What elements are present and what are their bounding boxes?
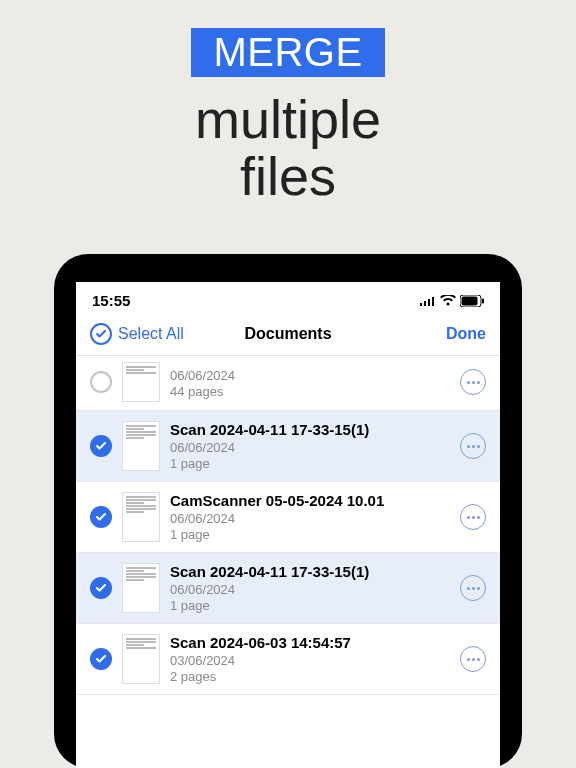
select-all-icon: [90, 323, 112, 345]
more-button[interactable]: [460, 646, 486, 672]
document-pages: 1 page: [170, 527, 450, 542]
hero: MERGE multiple files: [0, 0, 576, 204]
svg-rect-0: [420, 303, 422, 306]
list-item[interactable]: 06/06/2024 44 pages: [76, 356, 500, 411]
headline-line2: files: [240, 146, 336, 206]
document-date: 06/06/2024: [170, 440, 450, 455]
svg-rect-1: [424, 301, 426, 306]
device-frame: 15:55 Select All Documents Done: [54, 254, 522, 768]
select-all-button[interactable]: Select All: [90, 323, 184, 345]
list-item[interactable]: Scan 2024-06-03 14:54:57 03/06/2024 2 pa…: [76, 624, 500, 695]
document-info: Scan 2024-06-03 14:54:57 03/06/2024 2 pa…: [170, 634, 450, 684]
checkbox-checked-icon[interactable]: [90, 577, 112, 599]
document-list: 06/06/2024 44 pages Scan 2024-04-11 17-3…: [76, 356, 500, 695]
select-all-label: Select All: [118, 325, 184, 343]
more-button[interactable]: [460, 433, 486, 459]
ellipsis-icon: [467, 587, 480, 590]
list-item[interactable]: CamScanner 05-05-2024 10.01 06/06/2024 1…: [76, 482, 500, 553]
svg-rect-6: [482, 298, 484, 303]
document-date: 03/06/2024: [170, 653, 450, 668]
checkbox-unchecked-icon[interactable]: [90, 371, 112, 393]
document-title: Scan 2024-06-03 14:54:57: [170, 634, 450, 651]
thumbnail: [122, 362, 160, 402]
ellipsis-icon: [467, 516, 480, 519]
thumbnail: [122, 634, 160, 684]
document-pages: 2 pages: [170, 669, 450, 684]
document-pages: 44 pages: [170, 384, 450, 399]
more-button[interactable]: [460, 504, 486, 530]
svg-rect-5: [462, 296, 478, 305]
thumbnail: [122, 563, 160, 613]
thumbnail: [122, 421, 160, 471]
ellipsis-icon: [467, 445, 480, 448]
document-date: 06/06/2024: [170, 511, 450, 526]
document-info: Scan 2024-04-11 17-33-15(1) 06/06/2024 1…: [170, 421, 450, 471]
headline: multiple files: [0, 91, 576, 204]
document-date: 06/06/2024: [170, 368, 450, 383]
ellipsis-icon: [467, 381, 480, 384]
signal-icon: [420, 296, 436, 306]
list-item[interactable]: Scan 2024-04-11 17-33-15(1) 06/06/2024 1…: [76, 411, 500, 482]
toolbar: Select All Documents Done: [76, 315, 500, 356]
wifi-icon: [440, 295, 456, 307]
status-icons: [420, 295, 484, 307]
list-item[interactable]: Scan 2024-04-11 17-33-15(1) 06/06/2024 1…: [76, 553, 500, 624]
page-title: Documents: [244, 325, 331, 343]
more-button[interactable]: [460, 575, 486, 601]
document-info: CamScanner 05-05-2024 10.01 06/06/2024 1…: [170, 492, 450, 542]
merge-badge: MERGE: [191, 28, 384, 77]
document-pages: 1 page: [170, 598, 450, 613]
checkbox-checked-icon[interactable]: [90, 648, 112, 670]
document-info: Scan 2024-04-11 17-33-15(1) 06/06/2024 1…: [170, 563, 450, 613]
headline-line1: multiple: [195, 89, 381, 149]
checkbox-checked-icon[interactable]: [90, 506, 112, 528]
svg-rect-3: [432, 297, 434, 306]
battery-icon: [460, 295, 484, 307]
done-button[interactable]: Done: [446, 325, 486, 343]
screen: 15:55 Select All Documents Done: [76, 282, 500, 768]
svg-rect-2: [428, 299, 430, 306]
thumbnail: [122, 492, 160, 542]
document-info: 06/06/2024 44 pages: [170, 366, 450, 399]
document-pages: 1 page: [170, 456, 450, 471]
document-title: Scan 2024-04-11 17-33-15(1): [170, 421, 450, 438]
more-button[interactable]: [460, 369, 486, 395]
document-title: Scan 2024-04-11 17-33-15(1): [170, 563, 450, 580]
checkbox-checked-icon[interactable]: [90, 435, 112, 457]
document-title: CamScanner 05-05-2024 10.01: [170, 492, 450, 509]
status-time: 15:55: [92, 292, 130, 309]
document-date: 06/06/2024: [170, 582, 450, 597]
status-bar: 15:55: [76, 282, 500, 315]
ellipsis-icon: [467, 658, 480, 661]
